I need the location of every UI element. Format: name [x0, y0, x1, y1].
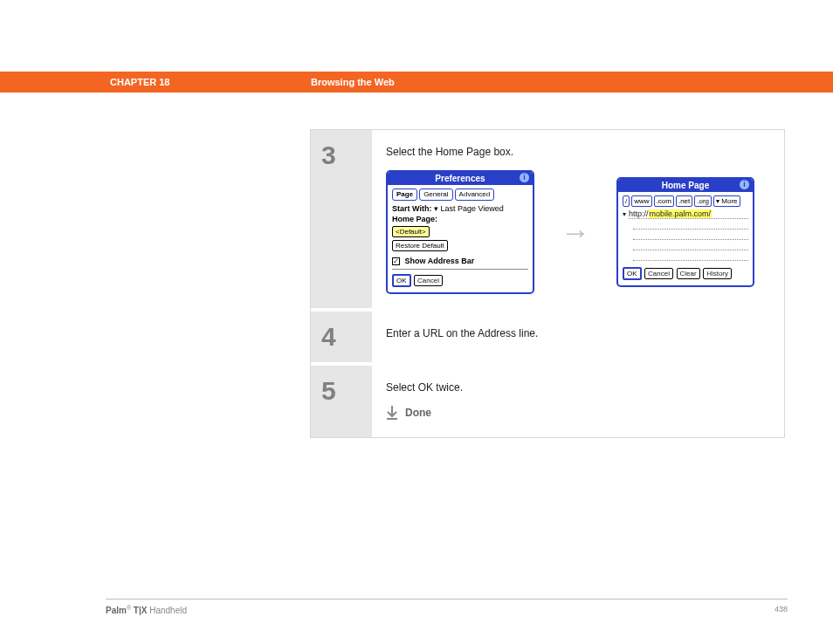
homepage-window: Home Page i / www .com .net .org ▾ More: [616, 177, 754, 287]
tab-page[interactable]: Page: [392, 188, 417, 201]
clear-button[interactable]: Clear: [677, 268, 700, 279]
tab-general[interactable]: General: [419, 188, 452, 201]
shortcut-slash[interactable]: /: [623, 195, 630, 207]
preferences-window: Preferences i Page General Advanced Star…: [386, 170, 534, 294]
dotted-line: [633, 242, 748, 250]
start-with-value[interactable]: Last Page Viewed: [440, 204, 503, 213]
shortcut-com[interactable]: .com: [654, 195, 674, 207]
page-footer: Palm® T|X Handheld 438: [106, 599, 788, 615]
step-body: Enter a URL on the Address line.: [372, 312, 784, 366]
dropdown-icon[interactable]: ▾: [623, 210, 626, 218]
done-row: Done: [386, 406, 770, 420]
arrow-right-icon: →: [561, 217, 590, 247]
step-body: Select OK twice. Done: [372, 366, 784, 437]
show-address-row: ✓ Show Address Bar: [392, 257, 528, 265]
url-row: ▾ http://mobile.palm.com/: [623, 209, 748, 219]
homepage-titlebar: Home Page i: [618, 179, 753, 192]
dotted-line: [633, 231, 748, 240]
shortcut-org[interactable]: .org: [694, 195, 712, 207]
info-icon[interactable]: i: [740, 180, 749, 189]
prefs-buttons: OK Cancel: [392, 273, 528, 287]
url-highlight: mobile.palm.com/: [649, 209, 713, 218]
url-input[interactable]: http://mobile.palm.com/: [629, 209, 748, 219]
ok-button[interactable]: OK: [392, 274, 411, 287]
show-address-label: Show Address Bar: [405, 257, 475, 265]
shortcut-www[interactable]: www: [631, 195, 651, 207]
done-arrow-icon: [386, 406, 398, 420]
dotted-line: [633, 221, 748, 230]
page-number: 438: [774, 605, 788, 615]
step-text: Select the Home Page box.: [386, 146, 770, 158]
info-icon[interactable]: i: [520, 173, 529, 182]
shortcut-net[interactable]: .net: [676, 195, 692, 207]
checkbox-icon[interactable]: ✓: [392, 257, 400, 265]
restore-row: Restore Default: [392, 239, 528, 251]
shortcut-more[interactable]: ▾ More: [713, 195, 740, 207]
step-text: Enter a URL on the Address line.: [386, 327, 770, 339]
homepage-body: / www .com .net .org ▾ More ▾ http://mob…: [618, 192, 753, 285]
divider: [392, 269, 528, 270]
brand-tail: Handheld: [147, 606, 187, 615]
chapter-number: CHAPTER 18: [110, 77, 311, 87]
home-page-label: Home Page:: [392, 215, 528, 223]
brand-name: Palm: [106, 606, 127, 615]
default-button[interactable]: <Default>: [392, 226, 430, 237]
prefs-title: Preferences: [435, 174, 485, 183]
dotted-line: [633, 252, 748, 261]
chapter-title: Browsing the Web: [311, 77, 395, 87]
chapter-header: CHAPTER 18 Browsing the Web: [0, 72, 833, 92]
brand-model: T|X: [131, 606, 147, 615]
cancel-button[interactable]: Cancel: [644, 268, 673, 279]
prefs-tabs: Page General Advanced: [392, 188, 528, 201]
step-4: 4 Enter a URL on the Address line.: [311, 312, 784, 366]
homepage-title: Home Page: [662, 181, 709, 190]
footer-brand: Palm® T|X Handheld: [106, 605, 187, 615]
homepage-buttons: OK Cancel Clear History: [623, 266, 748, 280]
step-body: Select the Home Page box. Preferences i …: [372, 130, 784, 312]
step-number: 3: [311, 130, 372, 312]
restore-default-button[interactable]: Restore Default: [392, 240, 448, 251]
steps-container: 3 Select the Home Page box. Preferences …: [310, 129, 785, 438]
history-button[interactable]: History: [703, 268, 732, 279]
shortcuts-row: / www .com .net .org ▾ More: [623, 195, 748, 207]
step-number: 5: [311, 366, 372, 437]
start-with-label: Start With:: [392, 204, 431, 213]
cancel-button[interactable]: Cancel: [414, 275, 443, 286]
step-number: 4: [311, 312, 372, 366]
screenshots-row: Preferences i Page General Advanced Star…: [386, 170, 770, 294]
dropdown-icon[interactable]: ▾: [434, 204, 438, 213]
ok-button[interactable]: OK: [623, 267, 642, 280]
prefs-body: Page General Advanced Start With: ▾ Last…: [388, 185, 533, 292]
prefs-titlebar: Preferences i: [388, 172, 533, 185]
done-label: Done: [405, 407, 431, 419]
url-prefix: http://: [629, 209, 649, 218]
step-5: 5 Select OK twice. Done: [311, 366, 784, 437]
step-3: 3 Select the Home Page box. Preferences …: [311, 130, 784, 312]
start-with-row: Start With: ▾ Last Page Viewed: [392, 204, 528, 213]
tab-advanced[interactable]: Advanced: [455, 188, 495, 201]
step-text: Select OK twice.: [386, 381, 770, 394]
default-row: <Default>: [392, 225, 528, 237]
